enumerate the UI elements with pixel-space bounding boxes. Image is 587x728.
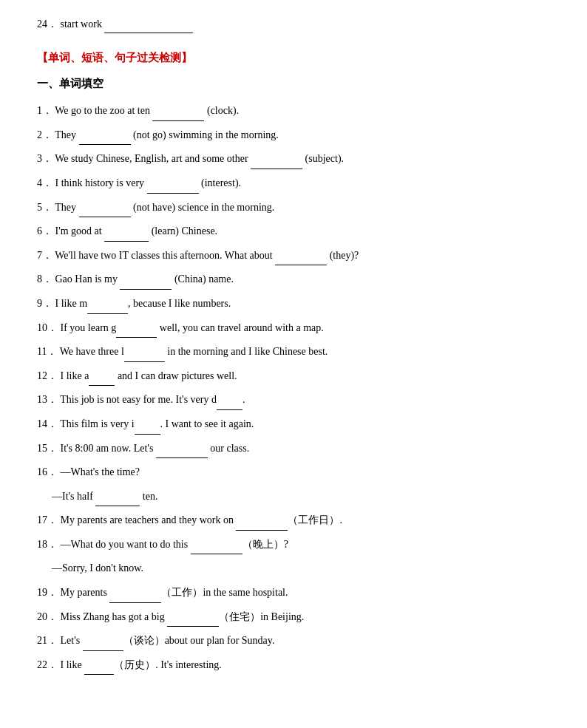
question-6: 6． I'm good at (learn) Chinese.	[37, 222, 550, 242]
q5-text-after: (not have) science in the morning.	[131, 202, 275, 213]
q12-num: 12．	[37, 370, 58, 381]
questions-list: 1． We go to the zoo at ten (clock). 2． T…	[37, 101, 550, 675]
q16b-blank	[95, 494, 140, 506]
q18-text-after: （晚上）?	[242, 539, 288, 550]
question-17: 17． My parents are teachers and they wor…	[37, 511, 550, 531]
q11-num: 11．	[37, 346, 57, 357]
q17-text-after: （工作日）.	[288, 514, 342, 525]
q16b-text-after: ten.	[140, 491, 157, 502]
q3-text-before: We study Chinese, English, art and some …	[55, 153, 251, 164]
question-14: 14． This film is very i. I want to see i…	[37, 415, 550, 435]
question-1: 1． We go to the zoo at ten (clock).	[37, 101, 550, 121]
q2-text-after: (not go) swimming in the morning.	[131, 129, 279, 140]
q6-num: 6．	[37, 225, 52, 237]
q5-num: 5．	[37, 202, 52, 213]
q1-text-after: (clock).	[204, 105, 239, 116]
q21-text-before: Let's	[61, 635, 83, 646]
q19-blank	[109, 591, 161, 603]
question-19: 19． My parents （工作）in the same hospital.	[37, 583, 550, 603]
q7-blank	[275, 254, 327, 266]
question-18: 18． —What do you want to do this （晚上）?	[37, 535, 550, 555]
q24-text: start work	[61, 18, 102, 30]
q13-text-before: This job is not easy for me. It's very d	[60, 394, 217, 405]
q2-num: 2．	[37, 129, 52, 140]
q9-blank	[87, 302, 128, 314]
q15-blank	[156, 446, 208, 458]
question-16: 16． —What's the time?	[37, 463, 550, 483]
question-20: 20． Miss Zhang has got a big （住宅）in Beij…	[37, 608, 550, 627]
q20-num: 20．	[37, 611, 58, 622]
q16-num: 16．	[37, 466, 58, 477]
q6-text-before: I'm good at	[55, 225, 105, 237]
q20-blank	[167, 614, 219, 627]
question-7: 7． We'll have two IT classes this aftern…	[37, 246, 550, 266]
q2-text-before: They	[55, 129, 78, 140]
q16b-text-before: —It's half	[52, 491, 95, 502]
q18-blank	[191, 542, 242, 555]
q4-text-after: (interest).	[199, 177, 242, 188]
q15-num: 15．	[37, 443, 58, 454]
question-21: 21． Let's （谈论）about our plan for Sunday.	[37, 631, 550, 651]
q5-text-before: They	[55, 202, 78, 213]
q11-text-after: in the morning and I like Chinese best.	[165, 346, 328, 357]
q13-text-after: .	[242, 394, 245, 405]
q19-num: 19．	[37, 587, 58, 598]
q11-text-before: We have three l	[60, 346, 124, 357]
q4-num: 4．	[37, 177, 52, 188]
q14-num: 14．	[37, 418, 58, 429]
q14-text-after: . I want to see it again.	[160, 418, 254, 429]
question-22: 22． I like （历史）. It's interesting.	[37, 656, 550, 676]
q5-blank	[79, 205, 131, 217]
section-title: 【单词、短语、句子过关检测】	[37, 48, 550, 68]
q11-blank	[124, 350, 165, 362]
q8-blank	[120, 277, 172, 290]
q14-blank	[135, 422, 160, 435]
q22-num: 22．	[37, 659, 58, 670]
q12-text-before: I like a	[61, 370, 89, 381]
q17-text-before: My parents are teachers and they work on	[61, 514, 237, 525]
question-15: 15． It's 8:00 am now. Let's our class.	[37, 439, 550, 459]
q16-text: —What's the time?	[61, 466, 140, 477]
q10-blank	[116, 325, 157, 338]
q7-num: 7．	[37, 250, 52, 261]
q6-text-after: (learn) Chinese.	[149, 225, 217, 237]
q21-num: 21．	[37, 635, 58, 646]
q7-text-before: We'll have two IT classes this afternoon…	[55, 250, 275, 261]
q21-blank	[83, 639, 123, 651]
q9-text-after: , because I like numbers.	[128, 298, 231, 309]
q13-num: 13．	[37, 394, 58, 405]
q17-blank	[236, 518, 288, 531]
q20-text-before: Miss Zhang has got a big	[61, 611, 168, 622]
q9-text-before: I like m	[55, 298, 88, 309]
q12-text-after: and I can draw pictures well.	[115, 370, 237, 381]
question-3: 3． We study Chinese, English, art and so…	[37, 149, 550, 169]
part-title: 一、单词填空	[37, 74, 550, 94]
q3-blank	[251, 157, 302, 169]
question-10: 10． If you learn g well, you can travel …	[37, 319, 550, 339]
question-12: 12． I like a and I can draw pictures wel…	[37, 367, 550, 387]
q20-text-after: （住宅）in Beijing.	[219, 611, 304, 622]
q18-num: 18．	[37, 539, 58, 550]
question-4: 4． I think history is very (interest).	[37, 174, 550, 194]
q19-text-after: （工作）in the same hospital.	[161, 587, 288, 598]
q22-text-before: I like	[61, 659, 85, 670]
q7-text-after: (they)?	[327, 250, 359, 261]
q13-blank	[217, 398, 242, 410]
q22-text-after: （历史）. It's interesting.	[114, 659, 222, 670]
q8-num: 8．	[37, 273, 52, 285]
question-16b: —It's half ten.	[37, 487, 550, 507]
q10-num: 10．	[37, 322, 58, 333]
q6-blank	[104, 229, 149, 242]
question-13: 13． This job is not easy for me. It's ve…	[37, 390, 550, 410]
question-9: 9． I like m, because I like numbers.	[37, 294, 550, 314]
q15-text-before: It's 8:00 am now. Let's	[61, 443, 156, 454]
question-11: 11． We have three l in the morning and I…	[37, 342, 550, 362]
q14-text-before: This film is very i	[60, 418, 134, 429]
q4-text-before: I think history is very	[55, 177, 147, 188]
q4-blank	[147, 181, 199, 194]
q10-text-after: well, you can travel around with a map.	[157, 322, 323, 333]
q3-text-after: (subject).	[302, 153, 344, 164]
q22-blank	[84, 663, 114, 676]
q19-text-before: My parents	[61, 587, 110, 598]
q1-blank	[152, 109, 204, 121]
